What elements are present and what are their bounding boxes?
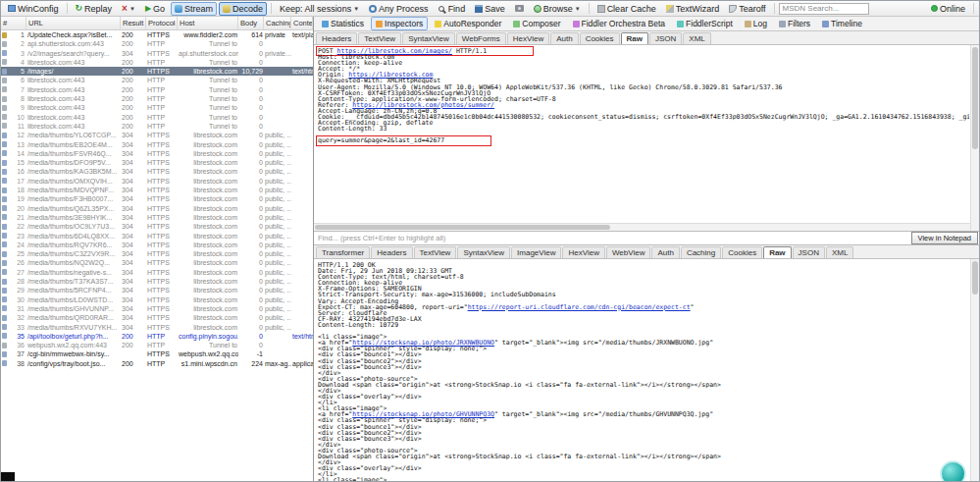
session-row[interactable]: 8librestock.com:443200HTTPTunnel to0 — [1, 94, 313, 103]
session-row[interactable]: 35/api/toolbox/geturl.php?h...200HTTPcon… — [1, 332, 313, 341]
request-tab-textview[interactable]: TextView — [358, 32, 401, 44]
column-header[interactable]: # — [1, 17, 26, 29]
response-tab-cookies[interactable]: Cookies — [722, 246, 762, 258]
session-row[interactable]: 32/media/thumbs/QRD0RAR...304HTTPSlibres… — [1, 313, 313, 322]
tab-autoresponder[interactable]: AutoResponder — [430, 17, 506, 30]
save-button[interactable]: Save — [471, 2, 509, 16]
clear-cache-button[interactable]: Clear Cache — [593, 2, 660, 16]
session-row[interactable]: 9librestock.com:443200HTTPTunnel to0 — [1, 103, 313, 112]
session-row[interactable]: 15/media/thumbs/DFO9P5V...304HTTPSlibres… — [1, 158, 313, 167]
response-raw-text[interactable]: HTTP/1.1 200 OK Date: Fri, 29 Jun 2018 0… — [314, 259, 969, 481]
floating-tool-bubble[interactable] — [940, 460, 966, 482]
response-tab-textview[interactable]: TextView — [414, 246, 457, 258]
request-tab-raw[interactable]: Raw — [621, 32, 648, 44]
session-row[interactable]: 26/media/thumbs/NQ2W2Q...304HTTPSlibrest… — [1, 258, 313, 267]
textwizard-button[interactable]: TextWizard — [662, 2, 724, 16]
winconfig-button[interactable]: WinConfig — [4, 2, 63, 16]
column-header[interactable]: Host — [178, 17, 238, 29]
tab-log[interactable]: Log — [740, 17, 772, 30]
replay-button[interactable]: ↻ Replay — [72, 2, 117, 16]
session-row[interactable]: 37/cgi-bin/mmwebwx-bin/sy...HTTPSwebpush… — [1, 349, 313, 358]
request-tab-webforms[interactable]: WebForms — [456, 32, 506, 44]
tab-fiddler-orchestra-beta[interactable]: Fiddler Orchestra Beta — [568, 17, 671, 30]
session-row[interactable]: 30/media/thumbs/LD0WSTD...304HTTPSlibres… — [1, 295, 313, 304]
keep-sessions-dropdown[interactable]: Keep: All sessions ▼ — [276, 2, 363, 16]
session-row[interactable]: 24/media/thumbs/RQV7KR6...304HTTPSlibres… — [1, 241, 313, 249]
response-tab-syntaxview[interactable]: SyntaxView — [457, 246, 510, 258]
request-tab-auth[interactable]: Auth — [550, 32, 578, 44]
column-header[interactable]: Content-Type — [291, 17, 313, 29]
response-tab-raw[interactable]: Raw — [763, 246, 791, 258]
session-row[interactable]: 6librestock.com:443200HTTPTunnel to0 — [1, 76, 313, 84]
column-header[interactable]: Body — [238, 17, 264, 29]
response-tab-hexview[interactable]: HexView — [562, 246, 604, 258]
remove-sessions-button[interactable]: × ▼ — [118, 2, 139, 16]
session-row[interactable]: 21/media/thumbs/3E98HYIK...304HTTPSlibre… — [1, 213, 313, 222]
msdn-search-input[interactable]: MSDN Search... — [779, 3, 869, 15]
request-tab-headers[interactable]: Headers — [316, 32, 357, 44]
scrollbar-thumb[interactable] — [315, 225, 610, 230]
find-button[interactable]: Find — [435, 2, 470, 16]
session-row[interactable]: 25/media/thumbs/C3Z2VX9R...304HTTPSlibre… — [1, 249, 313, 258]
request-tab-syntaxview[interactable]: SyntaxView — [402, 32, 455, 44]
request-horizontal-scrollbar[interactable] — [314, 223, 970, 231]
session-row[interactable]: 16/media/thumbs/KAG3BK5M...304HTTPSlibre… — [1, 167, 313, 176]
session-row[interactable]: 23/media/thumbs/6D4LQ8XX...304HTTPSlibre… — [1, 232, 313, 241]
response-tab-imageview[interactable]: ImageView — [511, 246, 561, 258]
session-row[interactable]: 1/UpdateCheck.aspx?isBet...200HTTPSwww.f… — [1, 30, 313, 39]
view-in-notepad-button[interactable]: View in Notepad — [911, 232, 978, 244]
go-button[interactable]: ▶ Go — [141, 2, 169, 16]
response-tab-webview[interactable]: WebView — [606, 246, 651, 258]
response-tab-auth[interactable]: Auth — [651, 246, 679, 258]
session-row[interactable]: 22/media/thumbs/OC9LY7U3...304HTTPSlibre… — [1, 222, 313, 231]
session-row[interactable]: 14/media/thumbs/FSVR46Q...304HTTPSlibres… — [1, 149, 313, 158]
tab-fiddlerscript[interactable]: FiddlerScript — [672, 17, 738, 30]
session-row[interactable]: 27/media/thumbs/negative-s...304HTTPSlib… — [1, 268, 313, 277]
response-tab-caching[interactable]: Caching — [681, 246, 721, 258]
find-input[interactable]: Find... (press Ctrl+Enter to highlight a… — [314, 234, 911, 242]
column-header[interactable]: URL — [26, 17, 121, 29]
column-header[interactable]: Result — [121, 17, 146, 29]
tab-filters[interactable]: Filters — [774, 17, 815, 30]
scrollbar-thumb[interactable] — [972, 261, 978, 295]
session-row[interactable]: 12/media/thumbs/YLO6TCGP...304HTTPSlibre… — [1, 131, 313, 139]
session-row[interactable]: 17/media/thumbs/OMXQVIH...304HTTPSlibres… — [1, 177, 313, 186]
screenshot-button[interactable] — [511, 2, 528, 16]
session-row[interactable]: 11librestock.com:443200HTTPTunnel to0 — [1, 122, 313, 131]
session-row[interactable]: 4librestock.com:443200HTTPTunnel to0 — [1, 58, 313, 67]
session-row[interactable]: 5/images/200HTTPSlibrestock.com10,729tex… — [1, 67, 313, 76]
response-tab-transformer[interactable]: Transformer — [316, 246, 370, 258]
session-row[interactable]: 20/media/thumbs/Q6ZL35PX...304HTTPSlibre… — [1, 204, 313, 213]
response-tab-headers[interactable]: Headers — [371, 246, 412, 258]
request-tab-hexview[interactable]: HexView — [507, 32, 549, 44]
session-row[interactable]: 19/media/thumbs/F3HB0007...304HTTPSlibre… — [1, 194, 313, 203]
browse-button[interactable]: Browse ▼ — [530, 2, 585, 16]
request-tab-json[interactable]: JSON — [649, 32, 682, 44]
session-row[interactable]: 10librestock.com:443200HTTPTunnel to0 — [1, 113, 313, 122]
tab-statistics[interactable]: Statistics — [317, 17, 369, 30]
column-header[interactable]: Caching — [264, 17, 291, 29]
online-indicator[interactable]: Online — [927, 2, 969, 16]
session-row[interactable]: 7librestock.com:443200HTTPTunnel to0 — [1, 85, 313, 94]
session-row[interactable]: 18/media/thumbs/MDVQPNF...304HTTPSlibres… — [1, 186, 313, 194]
session-row[interactable]: 28/media/thumbs/T37KA3S7...304HTTPSlibre… — [1, 277, 313, 286]
stream-toggle[interactable]: Stream — [171, 2, 217, 16]
tearoff-button[interactable]: Tearoff — [725, 2, 769, 16]
request-tab-xml[interactable]: XML — [683, 32, 710, 44]
session-row[interactable]: 38/config/vps/tray/boot.jso...200HTTPs1.… — [1, 359, 313, 368]
tab-inspectors[interactable]: Inspectors — [371, 17, 428, 30]
tab-composer[interactable]: Composer — [508, 17, 565, 30]
response-tab-json[interactable]: JSON — [793, 246, 825, 258]
session-row[interactable]: 2api.shutterstock.com:443200HTTPTunnel t… — [1, 39, 313, 48]
session-row[interactable]: 13/media/thumbs/EB2OE4M...304HTTPSlibres… — [1, 140, 313, 149]
quickexec-box[interactable] — [1, 472, 15, 481]
request-tab-cookies[interactable]: Cookies — [580, 32, 620, 44]
scrollbar-thumb[interactable] — [972, 47, 978, 149]
request-raw-text[interactable]: POST https://librestock.com/images/ HTTP… — [314, 45, 969, 147]
response-vertical-scrollbar[interactable] — [970, 259, 979, 481]
response-tab-xml[interactable]: XML — [826, 246, 853, 258]
decode-toggle[interactable]: Decode — [219, 2, 267, 16]
session-row[interactable]: 36webpush.wx2.qq.com:443200HTTPTunnel to… — [1, 341, 313, 349]
any-process-button[interactable]: Any Process — [365, 2, 433, 16]
session-row[interactable]: 3/v2/images/search?query...304HTTPSapi.s… — [1, 49, 313, 58]
